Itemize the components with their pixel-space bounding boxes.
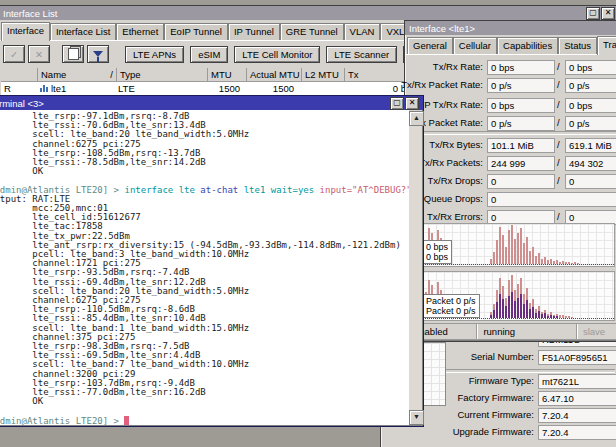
field-row-4: Tx/Rx Bytes:101.1 MiB/619.1 MiB: [405, 137, 616, 153]
copy-button[interactable]: [62, 45, 84, 63]
tab-traffic[interactable]: Traffic: [597, 36, 616, 55]
row-flags: R: [1, 82, 37, 95]
routerboard-value-box[interactable]: 6.47.10: [538, 391, 616, 406]
status-flag-running: running: [477, 324, 576, 339]
terminal-titlebar[interactable]: Terminal <3> ▢ ✕: [0, 96, 423, 110]
cancel-x-button[interactable]: ✕: [28, 45, 50, 63]
lte-window-title: Interface <lte1>: [409, 23, 475, 34]
terminal-prompt: [admin@Atlantis LTE20] >: [0, 416, 124, 425]
row-type-text: LTE: [118, 83, 135, 94]
column-header-Actual MTU[interactable]: Actual MTU: [247, 68, 302, 81]
traffic-bar: [532, 247, 534, 264]
traffic-bar-rx: [553, 316, 555, 318]
routerboard-value-box[interactable]: 7.20.4: [538, 425, 616, 440]
value-separator: /: [557, 175, 560, 186]
terminal-scrollbar[interactable]: ▲ ▼: [409, 111, 422, 425]
traffic-bar: [499, 227, 501, 264]
esim-button[interactable]: eSIM: [190, 46, 228, 63]
field-value-box[interactable]: 244 999: [487, 156, 555, 171]
scroll-up-icon[interactable]: ▲: [409, 111, 424, 126]
txrx-rate-chart: 0 bps0 bps: [419, 223, 615, 267]
tab-gre-tunnel[interactable]: GRE Tunnel: [280, 23, 344, 40]
value-separator: /: [557, 139, 560, 150]
field-value-box[interactable]: 0 p/s: [565, 116, 616, 131]
column-header-Type[interactable]: Type: [117, 68, 208, 81]
tab-vlan[interactable]: VLAN: [344, 23, 381, 40]
lte-cell-monitor-button[interactable]: LTE Cell Monitor: [234, 46, 320, 63]
field-value-box[interactable]: 0: [487, 192, 616, 207]
routerboard-value-box[interactable]: 7.20.4: [538, 408, 616, 423]
lte-scanner-button[interactable]: LTE Scanner: [326, 46, 397, 63]
field-value-box[interactable]: 619.1 MiB: [565, 138, 616, 153]
field-value-box[interactable]: 101.1 MiB: [487, 138, 555, 153]
field-label: Tx/Rx Packet Rate:: [375, 79, 483, 90]
traffic-bar: [577, 263, 579, 264]
lte-interface-window: Interface <lte1> GeneralCellularCapabili…: [404, 20, 616, 342]
traffic-bar-rx: [535, 313, 537, 318]
field-value-box[interactable]: 0: [565, 174, 616, 189]
tab-interface[interactable]: Interface: [1, 22, 50, 41]
field-value-box[interactable]: 494 302: [565, 156, 616, 171]
tab-interface-list[interactable]: Interface List: [50, 23, 116, 40]
scroll-down-icon[interactable]: ▼: [409, 410, 424, 425]
traffic-bar-rx: [511, 292, 513, 318]
tab-capabilities[interactable]: Capabilities: [497, 37, 558, 54]
field-value-box[interactable]: 0 bps: [565, 60, 616, 75]
tab-status[interactable]: Status: [558, 37, 597, 54]
column-header-L2 MTU[interactable]: L2 MTU: [302, 68, 345, 81]
field-value-box[interactable]: 0 bps: [565, 98, 616, 113]
terminal-cursor: [124, 416, 129, 425]
traffic-bar: [511, 225, 513, 264]
terminal-line: OK: [0, 167, 409, 176]
close-icon[interactable]: ✕: [405, 97, 419, 110]
field-value-box[interactable]: 0: [487, 174, 555, 189]
traffic-bar: [565, 262, 567, 264]
traffic-bar: [496, 240, 498, 264]
interface-list-titlebar[interactable]: Interface List ▢ ✕: [0, 6, 616, 20]
traffic-bar: [568, 316, 570, 318]
terminal-line: OK: [0, 397, 409, 406]
tab-eoip-tunnel[interactable]: EoIP Tunnel: [164, 23, 228, 40]
traffic-bar-rx: [550, 315, 552, 318]
tab-general[interactable]: General: [407, 37, 453, 54]
tab-ethernet[interactable]: Ethernet: [116, 23, 164, 40]
field-value-box[interactable]: 0 p/s: [487, 116, 555, 131]
apply-check-button[interactable]: ✓: [3, 45, 25, 63]
traffic-bar: [541, 259, 543, 264]
traffic-separator: [411, 131, 616, 135]
traffic-bar-rx: [520, 294, 522, 318]
traffic-bar-rx: [517, 298, 519, 318]
field-value-box[interactable]: 0 p/s: [487, 78, 555, 93]
traffic-bar: [556, 260, 558, 264]
maximize-icon[interactable]: ▢: [586, 7, 600, 20]
close-icon[interactable]: ✕: [601, 7, 615, 20]
lte-window-titlebar[interactable]: Interface <lte1>: [405, 21, 616, 35]
field-value-box[interactable]: 0 bps: [487, 98, 555, 113]
tab-ip-tunnel[interactable]: IP Tunnel: [228, 23, 280, 40]
field-value-box[interactable]: 0 p/s: [565, 78, 616, 93]
traffic-bar: [493, 252, 495, 264]
maximize-icon[interactable]: ▢: [390, 97, 404, 110]
traffic-bar-rx: [532, 307, 534, 318]
field-value-box[interactable]: 0 bps: [487, 60, 555, 75]
value-separator: /: [557, 157, 560, 168]
routerboard-value-box[interactable]: F51A0F895651: [538, 350, 616, 365]
filter-funnel-icon: [93, 51, 103, 57]
interface-list-title: Interface List: [3, 8, 57, 19]
filter-button[interactable]: [87, 45, 109, 63]
traffic-bar: [538, 253, 540, 264]
column-header-MTU[interactable]: MTU: [208, 68, 247, 81]
traffic-bar-rx: [508, 296, 510, 318]
traffic-bar: [550, 259, 552, 264]
tab-cellular[interactable]: Cellular: [453, 37, 497, 54]
routerboard-value-box[interactable]: mt7621L: [538, 374, 616, 389]
traffic-bar-rx: [502, 299, 504, 318]
field-label: Tx/Rx Rate:: [375, 61, 483, 72]
command-token: lte1: [244, 185, 271, 195]
lte-apns-button[interactable]: LTE APNs: [125, 46, 184, 63]
column-header-Name[interactable]: Name/: [38, 68, 117, 81]
column-header-flags[interactable]: [1, 68, 38, 81]
copy-sheet-icon: [68, 48, 79, 60]
terminal-output[interactable]: lte_rsrp:-97.1dBm,rsrq:-8.7dB lte_rssi:-…: [0, 110, 409, 425]
traffic-bar-rx: [538, 311, 540, 318]
